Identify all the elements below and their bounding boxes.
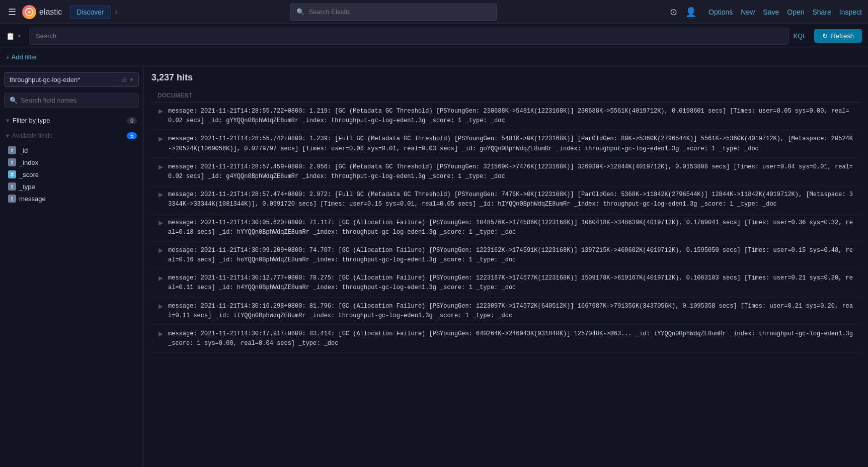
filter-chevron-icon: ▾ bbox=[6, 117, 10, 124]
user-icon[interactable]: 👤 bbox=[685, 7, 696, 18]
filter-by-type-label: ▾ Filter by type bbox=[6, 117, 50, 124]
expand-row-button[interactable]: ▶ bbox=[157, 273, 164, 283]
elastic-logo-icon bbox=[22, 5, 36, 19]
field-item-score[interactable]: # _score bbox=[4, 168, 139, 180]
available-fields-header: ▾ Available fields 5 bbox=[4, 129, 139, 142]
open-link[interactable]: Open bbox=[787, 8, 804, 16]
index-options-icon[interactable]: ··· bbox=[113, 76, 118, 83]
index-dropdown-icon[interactable]: ▾ bbox=[130, 76, 133, 83]
table-row[interactable]: ▶message: 2021-11-21T14:30:12.777+0800: … bbox=[151, 269, 860, 297]
field-name-id: _id bbox=[19, 147, 28, 154]
content-area: 3,237 hits Document ▶message: 2021-11-21… bbox=[143, 66, 868, 467]
field-item-id[interactable]: t _id bbox=[4, 144, 139, 156]
document-text: message: 2021-11-21T14:30:12.777+0800: 7… bbox=[168, 273, 854, 293]
index-expand-icon[interactable]: ⊞ bbox=[121, 76, 127, 83]
sidebar: throughput-gc-log-eden* ··· ⊞ ▾ 🔍 ▾ Filt… bbox=[0, 66, 143, 467]
kql-button[interactable]: KQL bbox=[793, 32, 806, 40]
field-type-icon-message: t bbox=[8, 195, 16, 203]
field-item-message[interactable]: t message bbox=[4, 193, 139, 205]
table-row[interactable]: ▶message: 2021-11-21T14:30:05.620+0800: … bbox=[151, 214, 860, 242]
table-row[interactable]: ▶message: 2021-11-21T14:28:57.459+0800: … bbox=[151, 158, 860, 186]
refresh-label: Refresh bbox=[831, 32, 854, 40]
global-search-container: 🔍 bbox=[122, 4, 666, 21]
expand-row-button[interactable]: ▶ bbox=[157, 246, 164, 255]
expand-row-button[interactable]: ▶ bbox=[157, 302, 164, 311]
index-name: throughput-gc-log-eden* bbox=[10, 76, 80, 83]
help-icon[interactable]: ⊙ bbox=[670, 7, 677, 18]
table-row[interactable]: ▶message: 2021-11-21T14:30:16.298+0800: … bbox=[151, 298, 860, 325]
filter-by-type-row[interactable]: ▾ Filter by type 0 bbox=[4, 114, 139, 127]
field-name-score: _score bbox=[19, 171, 39, 178]
kql-search-input[interactable] bbox=[29, 28, 789, 45]
global-search-input[interactable] bbox=[308, 8, 491, 16]
document-text: message: 2021-11-21T14:28:55.742+0800: 1… bbox=[168, 134, 854, 153]
expand-row-button[interactable]: ▶ bbox=[157, 329, 164, 338]
hits-count: 3,237 hits bbox=[151, 72, 860, 83]
table-header: Document bbox=[151, 89, 860, 103]
document-text: message: 2021-11-21T14:30:09.209+0800: 7… bbox=[168, 246, 854, 265]
available-chevron-icon: ▾ bbox=[6, 132, 9, 139]
document-text: message: 2021-11-21T14:30:16.298+0800: 8… bbox=[168, 302, 854, 321]
search-fields-input[interactable] bbox=[21, 97, 133, 104]
search-fields-container: 🔍 bbox=[4, 93, 139, 108]
expand-row-button[interactable]: ▶ bbox=[157, 162, 164, 171]
field-type-icon-index: t bbox=[8, 158, 16, 166]
field-name-type: _type bbox=[19, 183, 35, 191]
table-row[interactable]: ▶message: 2021-11-21T14:30:17.917+0800: … bbox=[151, 325, 860, 353]
share-link[interactable]: Share bbox=[813, 8, 831, 16]
field-name-message: message bbox=[19, 195, 46, 203]
main-layout: throughput-gc-log-eden* ··· ⊞ ▾ 🔍 ▾ Filt… bbox=[0, 66, 868, 467]
search-fields-icon: 🔍 bbox=[10, 97, 18, 104]
search-icon: 🔍 bbox=[296, 8, 304, 16]
table-row[interactable]: ▶message: 2021-11-21T14:30:09.209+0800: … bbox=[151, 242, 860, 269]
elastic-logo: elastic bbox=[22, 5, 62, 19]
nav-actions: ⊙ 👤 bbox=[670, 7, 696, 18]
table-row[interactable]: ▶message: 2021-11-21T14:28:55.722+0800: … bbox=[151, 103, 860, 130]
field-list: t _id t _index # _score t _type t messag… bbox=[4, 144, 139, 205]
available-fields-label: ▾ Available fields bbox=[6, 132, 52, 139]
refresh-button[interactable]: ↻ Refresh bbox=[814, 29, 862, 43]
expand-row-button[interactable]: ▶ bbox=[157, 218, 164, 227]
document-text: message: 2021-11-21T14:28:55.722+0800: 1… bbox=[168, 107, 854, 126]
filter-bar: + Add filter bbox=[0, 48, 868, 66]
document-column-header: Document bbox=[157, 92, 192, 99]
options-link[interactable]: Options bbox=[708, 8, 733, 16]
document-text: message: 2021-11-21T14:28:57.474+0800: 2… bbox=[168, 190, 854, 209]
hamburger-menu-button[interactable]: ☰ bbox=[6, 5, 18, 20]
add-filter-button[interactable]: + Add filter bbox=[6, 53, 37, 61]
index-icon: 📋 bbox=[6, 32, 15, 40]
expand-row-button[interactable]: ▶ bbox=[157, 107, 164, 116]
field-type-icon-score: # bbox=[8, 170, 16, 178]
table-row[interactable]: ▶message: 2021-11-21T14:28:55.742+0800: … bbox=[151, 130, 860, 158]
index-dropdown-arrow: ▾ bbox=[18, 32, 21, 40]
expand-row-button[interactable]: ▶ bbox=[157, 190, 164, 199]
discover-tab[interactable]: Discover bbox=[70, 6, 110, 19]
document-text: message: 2021-11-21T14:30:17.917+0800: 8… bbox=[168, 329, 854, 348]
filter-type-count: 0 bbox=[127, 117, 137, 124]
global-search-bar[interactable]: 🔍 bbox=[290, 4, 497, 21]
refresh-icon: ↻ bbox=[822, 32, 828, 40]
field-item-index[interactable]: t _index bbox=[4, 156, 139, 168]
document-text: message: 2021-11-21T14:30:05.620+0800: 7… bbox=[168, 218, 854, 237]
save-link[interactable]: Save bbox=[763, 8, 779, 16]
top-navigation: ☰ elastic Discover › 🔍 ⊙ 👤 Options New S… bbox=[0, 0, 868, 24]
kql-bar: 📋 ▾ KQL ↻ Refresh bbox=[0, 24, 868, 48]
document-list: ▶message: 2021-11-21T14:28:55.722+0800: … bbox=[151, 103, 860, 353]
index-selector[interactable]: throughput-gc-log-eden* ··· ⊞ ▾ bbox=[4, 72, 139, 87]
available-fields-count: 5 bbox=[127, 132, 137, 139]
elastic-brand-name: elastic bbox=[39, 8, 62, 17]
document-text: message: 2021-11-21T14:28:57.459+0800: 2… bbox=[168, 162, 854, 181]
breadcrumb-separator: › bbox=[115, 7, 118, 17]
field-name-index: _index bbox=[19, 159, 38, 166]
field-item-type[interactable]: t _type bbox=[4, 180, 139, 193]
expand-row-button[interactable]: ▶ bbox=[157, 134, 164, 143]
new-link[interactable]: New bbox=[741, 8, 755, 16]
table-row[interactable]: ▶message: 2021-11-21T14:28:57.474+0800: … bbox=[151, 186, 860, 214]
field-type-icon-type: t bbox=[8, 182, 16, 191]
field-type-icon-id: t bbox=[8, 146, 16, 154]
inspect-link[interactable]: Inspect bbox=[839, 8, 862, 16]
